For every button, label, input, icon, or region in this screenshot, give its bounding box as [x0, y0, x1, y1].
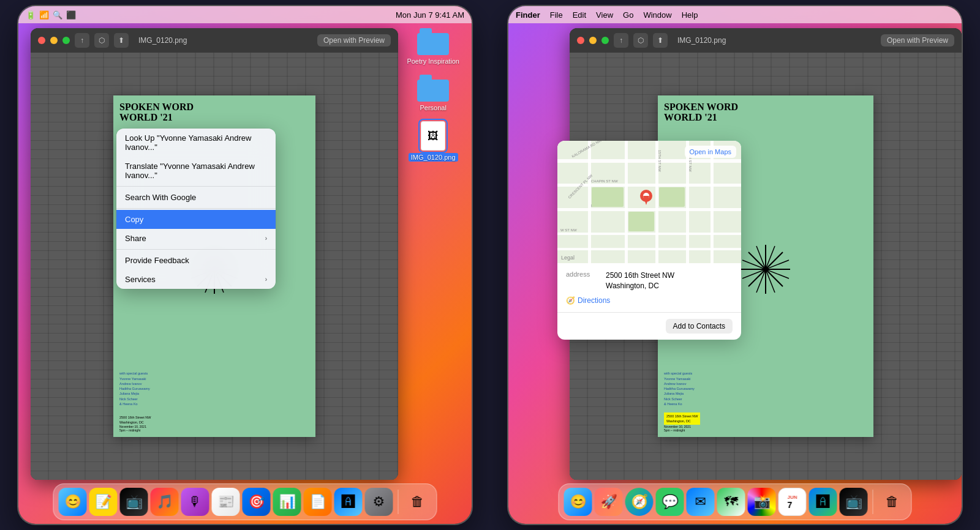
ctx-copy[interactable]: Copy: [116, 210, 276, 229]
ql-action-button[interactable]: ⬆: [114, 33, 129, 48]
finder-menu-items: Finder File Edit View Go Window Help: [516, 10, 698, 20]
right-ipad-frame: Finder File Edit View Go Window Help ↑ ⬡…: [508, 6, 962, 524]
right-dock-messages[interactable]: 💬: [656, 488, 684, 516]
ctx-lookup[interactable]: Look Up "Yvonne Yamasaki Andrew Ivanov..…: [116, 129, 276, 157]
dock-pages[interactable]: 📄: [304, 488, 332, 516]
traffic-light-yellow[interactable]: [50, 37, 58, 44]
desktop-icon-personal[interactable]: Personal: [417, 75, 449, 111]
menu-view[interactable]: View: [596, 10, 613, 20]
right-dock-appstore[interactable]: 🅰: [809, 488, 837, 516]
ql-prev-button[interactable]: ↑: [75, 33, 89, 48]
dock-tv[interactable]: 📺: [120, 488, 148, 516]
quicklook-toolbar: ↑ ⬡ ⬆ IMG_0120.png Open with Preview: [31, 28, 398, 53]
dock-settings[interactable]: ⚙: [365, 488, 393, 516]
dock-settings-icon: ⚙: [373, 494, 385, 510]
personal-folder-label: Personal: [420, 104, 446, 111]
poster-date-left: November 10, 20215pm – midnight: [119, 425, 146, 432]
desktop-icon-poetry[interactable]: Poetry Inspiration: [407, 28, 459, 65]
menu-help[interactable]: Help: [682, 10, 698, 20]
right-dock-tv-icon: 📺: [845, 494, 862, 510]
dock-keynote[interactable]: 🎯: [243, 488, 271, 516]
svg-rect-24: [588, 141, 591, 263]
right-dock-trash-icon: 🗑: [886, 494, 899, 510]
ctx-services-label: Services: [125, 275, 156, 284]
right-dock-mail-icon: ✉: [695, 494, 706, 510]
map-address-line2: Washington, DC: [606, 281, 674, 291]
dock-trash[interactable]: 🗑: [404, 488, 432, 516]
svg-text:CHAPIN ST NW: CHAPIN ST NW: [591, 179, 618, 183]
dock-trash-icon: 🗑: [411, 494, 424, 510]
ql-share-button[interactable]: ⬡: [94, 33, 109, 48]
right-dock-safari-icon: 🧭: [631, 494, 647, 510]
poetry-folder-label: Poetry Inspiration: [407, 58, 459, 65]
right-open-with-preview-button[interactable]: Open with Preview: [881, 34, 954, 47]
right-traffic-light-yellow[interactable]: [589, 37, 597, 44]
menu-time: Mon Jun 7 9:41 AM: [396, 10, 464, 20]
right-dock: 😊 🚀 🧭 💬 ✉ 🗺 📸 JUN7: [559, 483, 912, 520]
right-traffic-light-red[interactable]: [577, 37, 584, 44]
menu-finder[interactable]: Finder: [516, 10, 540, 20]
right-ql-action[interactable]: ⬆: [653, 33, 668, 48]
dock-podcasts[interactable]: 🎙: [181, 488, 209, 516]
right-dock-appstore-icon: 🅰: [816, 494, 830, 510]
right-dock-launchpad[interactable]: 🚀: [595, 488, 623, 516]
right-dock-trash[interactable]: 🗑: [878, 488, 907, 516]
poster-title-left: SPOKEN WORDWORLD '21: [119, 102, 309, 123]
ctx-separator-3: [116, 249, 276, 250]
ctx-feedback[interactable]: Provide Feedback: [116, 251, 276, 270]
dock-finder-icon: 😊: [64, 494, 81, 510]
dock-numbers[interactable]: 📊: [273, 488, 301, 516]
context-menu: Look Up "Yvonne Yamasaki Andrew Ivanov..…: [116, 129, 276, 289]
map-open-button[interactable]: Open in Maps: [685, 146, 736, 158]
menu-file[interactable]: File: [550, 10, 563, 20]
right-dock-finder-icon: 😊: [570, 494, 586, 510]
right-ql-share[interactable]: ⬡: [633, 33, 648, 48]
ctx-copy-label: Copy: [125, 215, 143, 224]
dock-notes[interactable]: 📝: [89, 488, 118, 516]
menu-go[interactable]: Go: [623, 10, 633, 20]
ctx-search-google-label: Search With Google: [125, 193, 196, 202]
map-popup: KALORAMA RD NW CHAPIN ST NW BELMONT ST N…: [557, 141, 741, 340]
dock-appstore[interactable]: 🅰: [334, 488, 363, 516]
dock-tv-icon: 📺: [126, 494, 142, 510]
open-with-preview-button[interactable]: Open with Preview: [317, 34, 391, 47]
add-to-contacts-button[interactable]: Add to Contacts: [666, 319, 733, 334]
map-address-value: 2500 16th Street NW Washington, DC: [606, 271, 674, 291]
right-dock-tv[interactable]: 📺: [840, 488, 868, 516]
dock-podcasts-icon: 🎙: [189, 494, 202, 510]
traffic-light-green[interactable]: [62, 37, 70, 44]
ctx-separator-2: [116, 208, 276, 209]
search-icon: 🔍: [53, 10, 62, 20]
desktop-icon-img0120[interactable]: 🖼 IMG_0120.png: [409, 121, 458, 162]
ctx-translate[interactable]: Translate "Yvonne Yamasaki Andrew Ivanov…: [116, 157, 276, 185]
dock-music[interactable]: 🎵: [151, 488, 179, 516]
right-dock-maps[interactable]: 🗺: [717, 488, 745, 516]
right-traffic-light-green[interactable]: [601, 37, 609, 44]
ctx-translate-label: Translate "Yvonne Yamasaki Andrew Ivanov…: [125, 162, 267, 180]
svg-text:W ST NW: W ST NW: [560, 228, 577, 232]
dock-numbers-icon: 📊: [279, 494, 295, 510]
right-dock-finder[interactable]: 😊: [564, 488, 592, 516]
map-directions-button[interactable]: 🧭 Directions: [566, 296, 733, 305]
right-dock-safari[interactable]: 🧭: [625, 488, 654, 516]
wifi-icon: 📶: [39, 10, 49, 20]
ctx-services[interactable]: Services ›: [116, 270, 276, 289]
ctx-share[interactable]: Share ›: [116, 229, 276, 248]
right-ql-prev[interactable]: ↑: [614, 33, 628, 48]
right-dock-calendar[interactable]: JUN7: [778, 488, 807, 516]
right-dock-mail[interactable]: ✉: [687, 488, 715, 516]
ctx-search-google[interactable]: Search With Google: [116, 188, 276, 207]
dock-news[interactable]: 📰: [212, 488, 240, 516]
left-ipad-frame: 🔋 📶 🔍 ⬛ Mon Jun 7 9:41 AM ↑ ⬡ ⬆ IMG_0120…: [18, 6, 472, 524]
poetry-folder-icon: [417, 28, 449, 55]
quicklook-title: IMG_0120.png: [138, 36, 187, 45]
traffic-light-red[interactable]: [38, 37, 45, 44]
map-view: KALORAMA RD NW CHAPIN ST NW BELMONT ST N…: [557, 141, 741, 263]
menu-edit[interactable]: Edit: [573, 10, 586, 20]
poster-names-left: with special guests Yvonne YamasakiAndre…: [119, 371, 150, 406]
dock-finder[interactable]: 😊: [59, 488, 87, 516]
right-dock-messages-icon: 💬: [662, 494, 678, 510]
menu-window[interactable]: Window: [643, 10, 671, 20]
battery-icon: 🔋: [26, 10, 36, 20]
right-dock-photos[interactable]: 📸: [748, 488, 776, 516]
